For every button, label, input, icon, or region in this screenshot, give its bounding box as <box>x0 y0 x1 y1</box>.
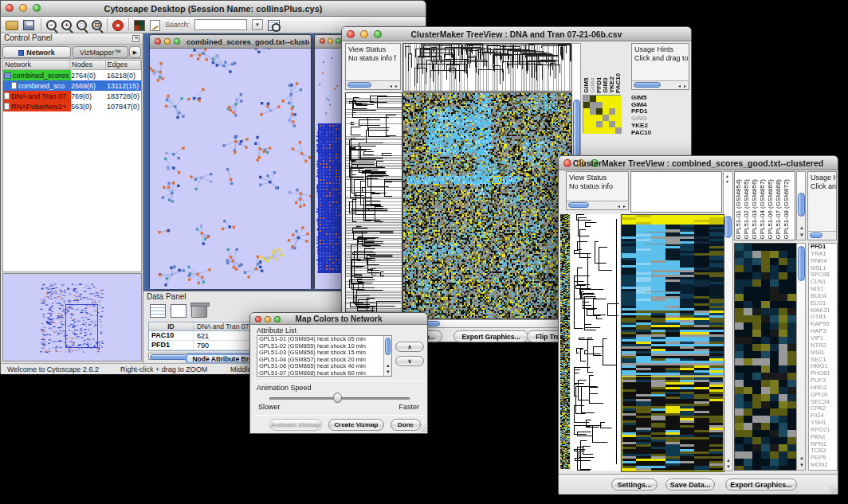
splitter-down-icon[interactable]: ▾ <box>726 179 728 184</box>
annotation-icon[interactable] <box>150 20 160 31</box>
network-name-cell[interactable]: RNAPuberNov2+ <box>3 101 71 111</box>
attribute-list[interactable]: GPL51-01 (GSM854) heat shock 05 minGPL51… <box>257 335 392 377</box>
matrix-cell[interactable] <box>596 121 603 127</box>
scroll-right-icon[interactable]: ▸ <box>395 84 398 88</box>
export-graphics-button[interactable]: Export Graphics... <box>725 479 797 490</box>
scrollbar-thumb[interactable] <box>724 216 732 238</box>
matrix-cell[interactable] <box>615 127 622 134</box>
row-dendrogram-canvas[interactable] <box>571 214 620 471</box>
column-dendrogram-canvas[interactable] <box>402 43 572 92</box>
matrix-cell[interactable] <box>603 121 609 127</box>
column-header-network[interactable]: Network <box>3 61 70 69</box>
save-icon[interactable] <box>23 19 36 31</box>
network-name-cell[interactable]: combined_sco <box>3 80 71 91</box>
matrix-cell[interactable] <box>590 121 596 127</box>
scroll-down-icon[interactable]: ▼ <box>386 369 391 374</box>
matrix-cell[interactable] <box>615 102 622 108</box>
matrix-cell[interactable] <box>609 121 615 127</box>
column-header-nodes[interactable]: Nodes <box>70 61 106 69</box>
scroll-up-icon[interactable]: ▲ <box>726 458 731 463</box>
matrix-cell[interactable] <box>603 108 609 115</box>
matrix-cell[interactable] <box>583 121 590 127</box>
matrix-cell[interactable] <box>583 127 590 134</box>
slider-thumb[interactable] <box>333 393 342 403</box>
birdseye-view-panel[interactable] <box>2 273 142 361</box>
matrix-cell[interactable] <box>609 127 615 134</box>
zoom-selected-region-icon[interactable]: □ <box>77 20 87 30</box>
scroll-right-icon[interactable]: ▸ <box>684 84 686 88</box>
done-button[interactable]: Done <box>391 419 421 431</box>
scrollbar-thumb[interactable] <box>634 82 661 88</box>
splitter-up-icon[interactable]: ▴ <box>726 174 728 178</box>
expression-heatmap-canvas[interactable] <box>402 92 572 319</box>
matrix-cell[interactable] <box>590 96 596 102</box>
scrollbar-thumb[interactable] <box>385 338 391 355</box>
animate-vizmap-button[interactable]: Animate Vizmap <box>269 419 322 431</box>
scrollbar-thumb[interactable] <box>798 246 805 281</box>
scroll-down-icon[interactable]: ▼ <box>726 464 731 469</box>
matrix-cell[interactable] <box>590 108 596 115</box>
matrix-cell[interactable] <box>583 115 590 121</box>
global-overview-strip[interactable] <box>560 214 570 469</box>
matrix-cell[interactable] <box>583 108 590 115</box>
save-data-button[interactable]: Save Data... <box>665 479 715 490</box>
matrix-cell[interactable] <box>609 102 615 108</box>
resize-grip[interactable] <box>829 486 837 494</box>
matrix-cell[interactable] <box>596 96 603 102</box>
matrix-cell[interactable] <box>590 127 596 134</box>
status-scrollbar[interactable]: ◂ ▸ <box>346 80 400 89</box>
usage-scrollbar[interactable]: ◂ ▸ <box>632 80 689 89</box>
scrollbar-thumb[interactable] <box>347 82 371 88</box>
zoom-window-icon[interactable] <box>174 38 180 45</box>
tab-network[interactable]: Network <box>2 46 71 58</box>
gene-label[interactable]: MON2 <box>809 462 837 469</box>
network-list-row[interactable]: combined_sco2569(6)13112(15) <box>3 80 141 91</box>
attribute-list-scrollbar[interactable]: ▲ ▼ <box>383 336 391 376</box>
scroll-right-icon[interactable]: ▸ <box>623 204 626 209</box>
matrix-cell[interactable] <box>609 108 615 115</box>
column-dendrogram-area[interactable] <box>630 171 722 213</box>
attribute-item[interactable]: GPL51-02 (GSM855) heat shock 10 min <box>257 343 383 350</box>
usage-scrollbar[interactable] <box>808 231 836 240</box>
tab-vizmapper[interactable]: VizMapper™ <box>73 46 128 58</box>
resize-grip[interactable] <box>418 424 426 432</box>
float-panel-icon[interactable] <box>132 35 139 42</box>
treeview1-titlebar[interactable]: ClusterMaker TreeView : DNA and Tran 07-… <box>342 27 691 41</box>
network-list-row[interactable]: DNA and Tran 07769(0)183728(0) <box>3 91 141 101</box>
scrollbar-thumb[interactable] <box>810 232 822 238</box>
scroll-left-icon[interactable]: ◂ <box>678 84 681 88</box>
network-canvas[interactable] <box>150 49 311 289</box>
treeview2-titlebar[interactable]: ClusterMaker TreeView : combined_scores_… <box>559 156 838 170</box>
matrix-cell[interactable] <box>583 96 590 102</box>
attribute-item[interactable]: GPL51-01 (GSM854) heat shock 05 min <box>257 336 383 343</box>
attribute-table-icon[interactable] <box>150 304 166 318</box>
expression-heatmap-canvas[interactable] <box>621 214 724 472</box>
matrix-cell[interactable] <box>596 108 603 115</box>
scroll-down-icon[interactable]: ▼ <box>799 463 804 467</box>
attribute-item[interactable]: GPL51-06 (GSM865) heat shock 40 min <box>257 363 383 370</box>
delete-attribute-icon[interactable] <box>191 304 207 318</box>
zoom-in-icon[interactable]: + <box>61 20 72 30</box>
create-vizmap-button[interactable]: Create Vizmap <box>328 419 384 431</box>
matrix-cell[interactable] <box>590 115 596 121</box>
search-input[interactable] <box>194 19 247 30</box>
matrix-cell[interactable] <box>615 121 622 127</box>
minimize-icon[interactable] <box>164 38 171 45</box>
column-header-id[interactable]: ID <box>149 322 194 330</box>
matrix-cell[interactable] <box>603 102 609 108</box>
scroll-left-icon[interactable]: ◂ <box>618 204 620 209</box>
matrix-cell[interactable] <box>596 102 603 108</box>
birdseye-canvas[interactable] <box>3 274 141 361</box>
scroll-down-icon[interactable]: ▼ <box>799 232 804 237</box>
matrix-cell[interactable] <box>596 127 603 134</box>
network-list-row[interactable]: combined_scores2764(0)16218(0) <box>3 70 141 80</box>
scroll-up-icon[interactable]: ▲ <box>799 225 804 230</box>
network-view-titlebar[interactable]: combined_scores_good.txt--cluste... <box>150 35 311 49</box>
matrix-cell[interactable] <box>615 108 622 115</box>
matrix-cell[interactable] <box>609 96 615 102</box>
network-list-header[interactable]: Network Nodes Edges <box>3 61 141 70</box>
row-dendrogram-canvas[interactable] <box>345 92 402 319</box>
help-lifesaver-icon[interactable] <box>112 20 124 31</box>
move-down-button[interactable]: ∨ <box>395 356 424 366</box>
matrix-cell[interactable] <box>596 115 603 121</box>
